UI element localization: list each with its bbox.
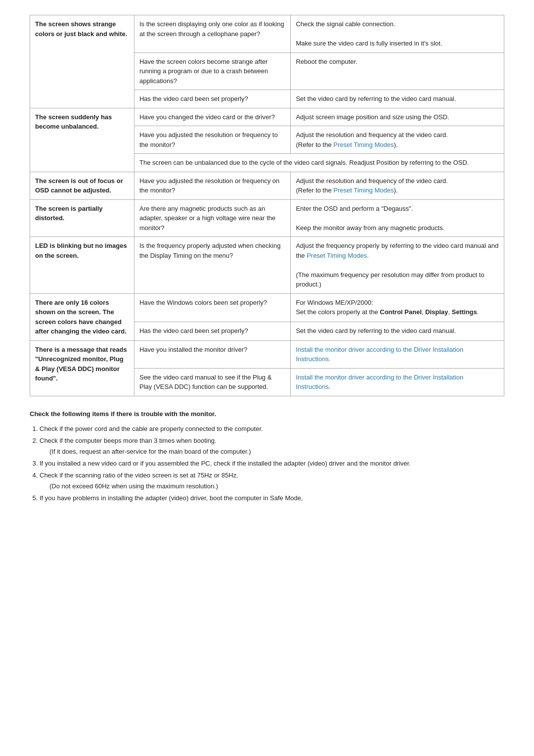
table-row: The screen is partially distorted. Are t… bbox=[30, 199, 504, 237]
answer-install-driver-2: Install the monitor driver according to … bbox=[291, 368, 504, 396]
question-crash: Have the screen colors become strange af… bbox=[134, 52, 290, 90]
footer-section: Check the following items if there is tr… bbox=[30, 410, 504, 504]
table-row: There are only 16 colors shown on the sc… bbox=[30, 293, 504, 322]
list-sub: (Do not exceed 60Hz when using the maxim… bbox=[49, 482, 218, 490]
troubleshoot-table: The screen shows strange colors or just … bbox=[30, 15, 504, 396]
footer-note: Check the following items if there is tr… bbox=[30, 410, 504, 418]
colspan-note: The screen can be unbalanced due to the … bbox=[134, 154, 504, 172]
problem-out-of-focus: The screen is out of focus or OSD cannot… bbox=[30, 172, 134, 199]
preset-timing-link-1[interactable]: Preset Timing Modes bbox=[333, 141, 394, 148]
question-videocard-set-2: Has the video card been set properly? bbox=[134, 322, 290, 341]
answer-frequency: Adjust the frequency properly by referri… bbox=[291, 237, 504, 294]
question-resolution-freq: Have you adjusted the resolution or freq… bbox=[134, 126, 290, 154]
answer-resolution-freq: Adjust the resolution and frequency at t… bbox=[291, 126, 504, 154]
table-row: LED is blinking but no images on the scr… bbox=[30, 237, 504, 294]
question-magnetic: Are there any magnetic products such as … bbox=[134, 199, 290, 237]
answer-reboot: Reboot the computer. bbox=[291, 52, 504, 90]
question-changed-driver: Have you changed the video card or the d… bbox=[134, 108, 290, 126]
problem-16-colors: There are only 16 colors shown on the sc… bbox=[30, 293, 134, 340]
table-row: The screen shows strange colors or just … bbox=[30, 15, 504, 53]
list-item: If you installed a new video card or if … bbox=[40, 458, 504, 469]
problem-unrecognized: There is a message that reads "Unrecogni… bbox=[30, 340, 134, 396]
list-item: If you have problems in installing the a… bbox=[40, 493, 504, 504]
question-plug-and-play: See the video card manual to see if the … bbox=[134, 368, 290, 396]
answer-videocard-manual-2: Set the video card by referring to the v… bbox=[291, 322, 504, 341]
answer-resolution-videocard: Adjust the resolution and frequency of t… bbox=[291, 172, 504, 199]
preset-timing-link-2[interactable]: Preset Timing Modes bbox=[333, 187, 394, 194]
table-row: There is a message that reads "Unrecogni… bbox=[30, 340, 504, 368]
question-frequency: Is the frequency properly adjusted when … bbox=[134, 237, 290, 294]
answer-degauss: Enter the OSD and perform a "Degauss". K… bbox=[291, 199, 504, 237]
problem-led-blinking: LED is blinking but no images on the scr… bbox=[30, 237, 134, 294]
list-item: Check if the scanning ratio of the video… bbox=[40, 470, 504, 492]
table-row: The screen is out of focus or OSD cannot… bbox=[30, 172, 504, 199]
list-sub: (If it does, request an after-service fo… bbox=[49, 448, 251, 455]
list-item: Check if the computer beeps more than 3 … bbox=[40, 435, 504, 457]
check-list: Check if the power cord and the cable ar… bbox=[40, 424, 504, 504]
question-windows-colors: Have the Windows colors been set properl… bbox=[134, 293, 290, 322]
answer-osd-adjust: Adjust screen image position and size us… bbox=[291, 108, 504, 126]
problem-distorted: The screen is partially distorted. bbox=[30, 199, 134, 237]
problem-unbalanced: The screen suddenly has become unbalance… bbox=[30, 108, 134, 172]
problem-strange-colors: The screen shows strange colors or just … bbox=[30, 15, 134, 108]
table-row: The screen suddenly has become unbalance… bbox=[30, 108, 504, 126]
question-driver-installed: Have you installed the monitor driver? bbox=[134, 340, 290, 368]
answer-control-panel: For Windows ME/XP/2000: Set the colors p… bbox=[291, 293, 504, 322]
question-cellophane: Is the screen displaying only one color … bbox=[134, 15, 290, 53]
list-item: Check if the power cord and the cable ar… bbox=[40, 424, 504, 434]
question-videocard-set: Has the video card been set properly? bbox=[134, 90, 290, 108]
question-resolution-monitor: Have you adjusted the resolution or freq… bbox=[134, 172, 290, 199]
answer-cable-check: Check the signal cable connection. Make … bbox=[291, 15, 504, 53]
preset-timing-link-3[interactable]: Preset Timing Modes bbox=[307, 252, 367, 259]
answer-install-driver-1: Install the monitor driver according to … bbox=[291, 340, 504, 368]
answer-videocard-manual: Set the video card by referring to the v… bbox=[291, 90, 504, 108]
